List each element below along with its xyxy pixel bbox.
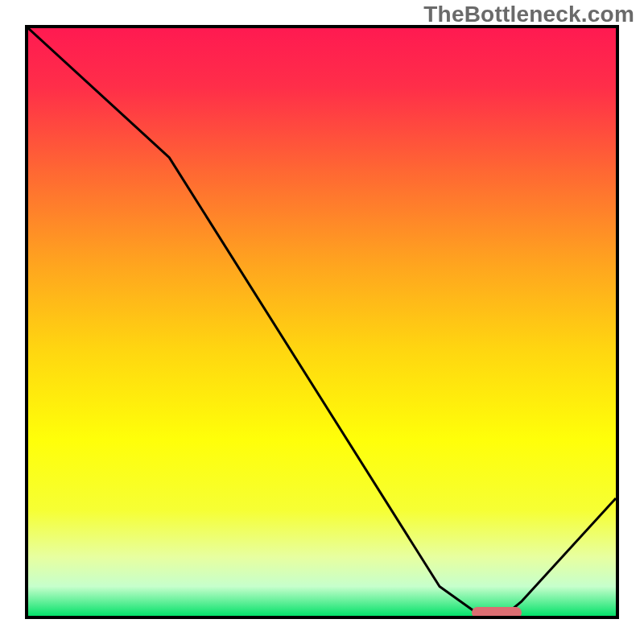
target-range-marker <box>472 607 522 618</box>
watermark-text: TheBottleneck.com <box>423 2 634 27</box>
plot-area <box>25 25 619 619</box>
background-rect <box>28 28 616 616</box>
chart-svg <box>28 28 616 616</box>
chart-frame: TheBottleneck.com <box>0 0 644 644</box>
